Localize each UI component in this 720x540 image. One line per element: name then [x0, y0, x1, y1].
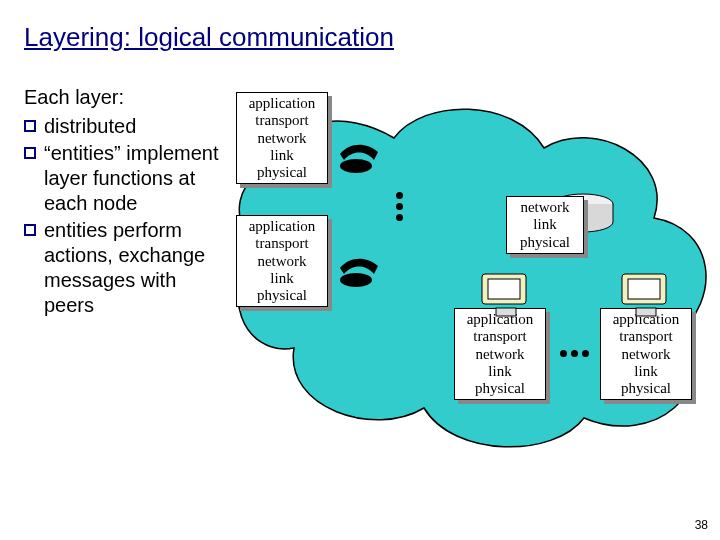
bullet-item: distributed [24, 114, 224, 139]
bullet-icon [24, 224, 36, 236]
layer-label: link [457, 363, 543, 380]
connection-dots [396, 192, 403, 221]
layer-label: link [603, 363, 689, 380]
svg-rect-7 [628, 279, 660, 299]
connection-dots [560, 350, 589, 357]
layer-stack: application transport network link physi… [236, 92, 328, 184]
bullet-icon [24, 120, 36, 132]
layer-label: application [239, 95, 325, 112]
bullet-text: distributed [44, 114, 136, 139]
layer-label: transport [457, 328, 543, 345]
monitor-icon [616, 270, 676, 320]
svg-point-1 [340, 273, 372, 287]
svg-point-0 [340, 159, 372, 173]
bullet-item: “entities” implement layer functions at … [24, 141, 224, 216]
layer-label: physical [603, 380, 689, 397]
layer-label: network [239, 130, 325, 147]
layer-label: application [239, 218, 325, 235]
layer-label: physical [239, 164, 325, 181]
monitor-icon [476, 270, 536, 320]
layer-label: network [509, 199, 581, 216]
layer-label: link [509, 216, 581, 233]
bullet-list: distributed “entities” implement layer f… [24, 114, 224, 318]
svg-rect-8 [636, 308, 656, 316]
svg-rect-5 [496, 308, 516, 316]
layer-label: physical [239, 287, 325, 304]
body-heading: Each layer: [24, 85, 224, 110]
bullet-icon [24, 147, 36, 159]
bullet-text: “entities” implement layer functions at … [44, 141, 224, 216]
layer-stack: application transport network link physi… [600, 308, 692, 400]
bullet-item: entities perform actions, exchange messa… [24, 218, 224, 318]
layer-label: link [239, 270, 325, 287]
layer-stack: application transport network link physi… [454, 308, 546, 400]
layer-label: transport [239, 112, 325, 129]
layer-label: transport [603, 328, 689, 345]
layer-label: transport [239, 235, 325, 252]
bullet-text: entities perform actions, exchange messa… [44, 218, 224, 318]
layer-label: network [239, 253, 325, 270]
page-number: 38 [695, 518, 708, 532]
layer-stack: application transport network link physi… [236, 215, 328, 307]
layer-label: link [239, 147, 325, 164]
layer-label: physical [457, 380, 543, 397]
svg-rect-4 [488, 279, 520, 299]
layer-label: physical [509, 234, 581, 251]
layer-stack-short: network link physical [506, 196, 584, 254]
slide-title: Layering: logical communication [24, 22, 394, 53]
phone-icon [336, 140, 382, 174]
layer-label: network [603, 346, 689, 363]
layer-label: network [457, 346, 543, 363]
phone-icon [336, 254, 382, 288]
body-text: Each layer: distributed “entities” imple… [24, 85, 224, 318]
